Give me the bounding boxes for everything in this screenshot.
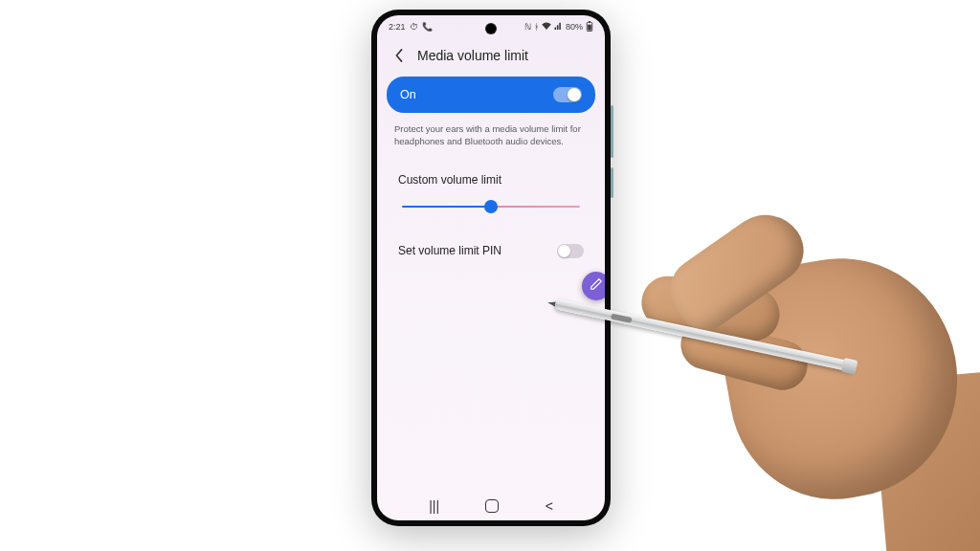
pin-row[interactable]: Set volume limit PIN bbox=[387, 232, 595, 270]
volume-rocker[interactable] bbox=[611, 105, 613, 158]
battery-text: 80% bbox=[566, 23, 583, 32]
signal-icon bbox=[554, 22, 563, 32]
power-button[interactable] bbox=[611, 167, 613, 198]
wifi-icon bbox=[542, 22, 551, 32]
front-camera bbox=[486, 24, 496, 33]
pencil-icon bbox=[590, 277, 603, 295]
bluetooth-icon: ᚼ bbox=[534, 23, 539, 32]
title-bar: Media volume limit bbox=[377, 38, 605, 73]
master-toggle-switch[interactable] bbox=[553, 87, 582, 102]
description-text: Protect your ears with a media volume li… bbox=[394, 122, 588, 148]
custom-volume-section: Custom volume limit bbox=[387, 162, 595, 227]
custom-volume-label: Custom volume limit bbox=[398, 173, 584, 187]
nav-back-icon[interactable]: < bbox=[546, 499, 553, 513]
hand-holding-stylus bbox=[612, 182, 980, 551]
nfc-icon: ℕ bbox=[524, 23, 531, 32]
pin-switch[interactable] bbox=[557, 244, 584, 258]
status-time: 2:21 bbox=[389, 23, 406, 32]
edit-fab[interactable] bbox=[582, 272, 605, 300]
phone-frame: 2:21 ⏱ 📞 ℕ ᚼ 80% bbox=[371, 10, 611, 526]
master-toggle-row[interactable]: On bbox=[387, 77, 595, 113]
page-title: Media volume limit bbox=[417, 48, 528, 63]
android-nav-bar: ||| < bbox=[377, 492, 605, 520]
battery-icon bbox=[586, 21, 593, 33]
svg-rect-2 bbox=[588, 24, 591, 30]
nav-recent-icon[interactable]: ||| bbox=[429, 499, 439, 513]
master-toggle-label: On bbox=[400, 88, 416, 101]
svg-rect-1 bbox=[589, 21, 590, 22]
volume-slider[interactable] bbox=[398, 200, 584, 213]
pin-label: Set volume limit PIN bbox=[398, 244, 501, 257]
slider-thumb[interactable] bbox=[484, 200, 498, 213]
call-icon: 📞 bbox=[422, 23, 433, 32]
phone-screen: 2:21 ⏱ 📞 ℕ ᚼ 80% bbox=[377, 15, 605, 520]
clock-icon: ⏱ bbox=[410, 23, 418, 32]
back-icon[interactable] bbox=[390, 47, 408, 64]
nav-home-icon[interactable] bbox=[485, 499, 499, 513]
